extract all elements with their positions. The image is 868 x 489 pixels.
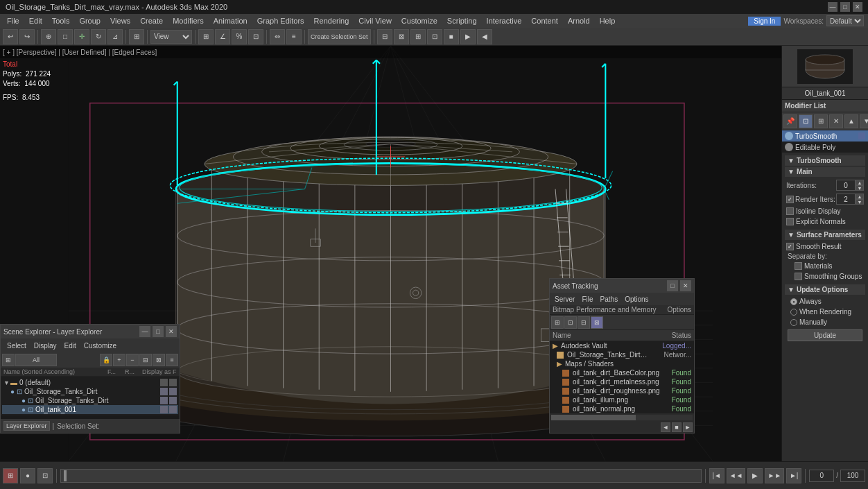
render-last[interactable]: ◀ (477, 29, 492, 44)
menu-views[interactable]: Views (106, 15, 134, 26)
modifier-turbosmooth[interactable]: TurboSmooth (782, 130, 868, 141)
se-layer-explorer-btn[interactable]: Layer Explorer (3, 421, 50, 431)
anim-auto-key[interactable]: ● (20, 468, 35, 483)
menu-group[interactable]: Group (75, 15, 105, 26)
at-row-metalness[interactable]: oil_tank_dirt_metalness.png Found (550, 377, 694, 386)
ts-render-dn[interactable]: ▼ (856, 199, 864, 205)
mod-delete[interactable]: ✕ (829, 114, 843, 128)
layer-button[interactable]: ⊟ (377, 29, 392, 44)
minimize-button[interactable]: — (828, 2, 837, 12)
menu-rendering[interactable]: Rendering (310, 15, 354, 26)
menu-arnold[interactable]: Arnold (564, 15, 594, 26)
time-slider-handle[interactable] (64, 470, 67, 481)
ts-when-rendering-radio[interactable] (790, 309, 797, 316)
ts-iter-dn[interactable]: ▼ (856, 185, 864, 191)
scene-explorer-button[interactable]: ⊠ (394, 29, 409, 44)
ts-isoline-checkbox[interactable] (786, 207, 794, 215)
at-btn-2[interactable]: ⊡ (564, 316, 577, 329)
mod-move-dn[interactable]: ▼ (860, 114, 868, 128)
ts-always-radio[interactable] (790, 298, 797, 305)
viewport[interactable]: [ + ] [Perspective] | [User Defined] | [… (0, 46, 781, 461)
at-row-maps[interactable]: ▶ Maps / Shaders (550, 359, 694, 368)
render-setup[interactable]: ■ (444, 29, 459, 44)
ts-iter-up[interactable]: ▲ (856, 180, 864, 185)
menu-content[interactable]: Content (527, 15, 562, 26)
ts-update-arrow[interactable]: ▼ (788, 286, 795, 293)
next-key[interactable]: ►► (765, 468, 784, 483)
menu-edit[interactable]: Edit (25, 15, 46, 26)
se-item-oil-tank-001[interactable]: ● ⊡ Oil_tank_001 (2, 405, 178, 414)
at-btn-4[interactable]: ⊠ (591, 316, 603, 329)
menu-interactive[interactable]: Interactive (483, 15, 526, 26)
menu-graph-editors[interactable]: Graph Editors (253, 15, 309, 26)
se-btn2[interactable]: ⊠ (153, 354, 165, 366)
current-frame[interactable]: 0 (809, 470, 834, 482)
se-layer-default[interactable]: ▼ ▬ 0 (default) (2, 378, 178, 387)
mod-pin[interactable]: 📌 (783, 114, 797, 128)
se-menu-edit[interactable]: Edit (61, 341, 80, 351)
se-minimize[interactable]: — (139, 326, 150, 337)
se-menu-display[interactable]: Display (31, 341, 60, 351)
ts-iterations-spinner[interactable]: 0 ▲ ▼ (836, 180, 864, 191)
menu-animation[interactable]: Animation (209, 15, 252, 26)
redo-button[interactable]: ↪ (19, 29, 35, 44)
menu-customize[interactable]: Customize (397, 15, 442, 26)
modifier-editable-poly[interactable]: Editable Poly (782, 141, 868, 153)
menu-tools[interactable]: Tools (48, 15, 74, 26)
at-row-roughness[interactable]: oil_tank_dirt_roughness.png Found (550, 386, 694, 395)
at-close[interactable]: ✕ (680, 280, 691, 291)
angle-snap[interactable]: ∠ (215, 29, 230, 44)
prev-key[interactable]: ◄◄ (727, 468, 746, 483)
percent-snap[interactable]: % (232, 29, 247, 44)
ts-render-value[interactable]: 2 (836, 194, 856, 205)
menu-civil-view[interactable]: Civil View (354, 15, 395, 26)
prev-frame[interactable]: |◄ (709, 468, 724, 483)
ts-collapse-arrow[interactable]: ▼ (788, 157, 795, 164)
at-menu-paths[interactable]: Paths (597, 294, 622, 304)
menu-scripting[interactable]: Scripting (443, 15, 481, 26)
material-editor[interactable]: ⊡ (427, 29, 442, 44)
schematic-view[interactable]: ⊞ (410, 29, 426, 44)
close-button[interactable]: ✕ (853, 2, 862, 12)
se-btn1[interactable]: ⊟ (139, 354, 152, 366)
ts-surface-arrow[interactable]: ▼ (788, 231, 795, 239)
se-item-oil-storage[interactable]: ● ⊡ Oil_Storage_Tanks_Dirt (2, 387, 178, 396)
menu-file[interactable]: File (3, 15, 24, 26)
ts-main-arrow[interactable]: ▼ (788, 168, 795, 175)
signin-button[interactable]: Sign In (748, 17, 781, 26)
at-btn-1[interactable]: ⊞ (551, 316, 564, 329)
snap-toggle[interactable]: ⊞ (198, 29, 214, 44)
menu-create[interactable]: Create (136, 15, 167, 26)
se-item-oil-storage-sub[interactable]: ● ⊡ Oil_Storage_Tanks_Dirt (2, 396, 178, 405)
se-close[interactable]: ✕ (166, 326, 177, 337)
ts-materials-checkbox[interactable] (795, 262, 802, 270)
se-filter-btn[interactable]: ⊞ (2, 354, 15, 366)
ts-eye[interactable] (785, 132, 793, 140)
ts-explicit-checkbox[interactable] (786, 218, 794, 225)
spinner-snap[interactable]: ⊡ (248, 29, 263, 44)
ts-smooth-checkbox[interactable] (786, 243, 794, 250)
at-row-vault[interactable]: ▶ Autodesk Vault Logged... (550, 341, 694, 350)
reference-button[interactable]: ⊞ (129, 29, 144, 44)
maximize-button[interactable]: □ (840, 2, 850, 12)
at-row-normal[interactable]: oil_tank_normal.png Found (550, 404, 694, 413)
se-menu-select[interactable]: Select (3, 341, 30, 351)
ts-iter-value[interactable]: 0 (836, 180, 856, 191)
at-minimize[interactable]: □ (667, 280, 678, 291)
ts-manually-radio[interactable] (790, 319, 797, 326)
ts-smoothgroups-checkbox[interactable] (795, 273, 802, 280)
mirror-button[interactable]: ⇔ (270, 29, 285, 44)
at-scrollbar[interactable] (551, 415, 693, 420)
undo-button[interactable]: ↩ (3, 29, 18, 44)
ts-render-up[interactable]: ▲ (856, 194, 864, 199)
align-button[interactable]: ≡ (286, 29, 302, 44)
render-frame[interactable]: ▶ (460, 29, 476, 44)
anim-key-selected[interactable]: ⊡ (37, 468, 53, 483)
menu-help[interactable]: Help (596, 15, 620, 26)
ts-render-spinner[interactable]: 2 ▲ ▼ (836, 194, 864, 205)
menu-modifiers[interactable]: Modifiers (168, 15, 208, 26)
select-region-button[interactable]: □ (58, 29, 73, 44)
view-select[interactable]: View (150, 30, 192, 44)
ts-update-button[interactable]: Update (788, 329, 862, 341)
scale-button[interactable]: ⊿ (107, 29, 123, 44)
